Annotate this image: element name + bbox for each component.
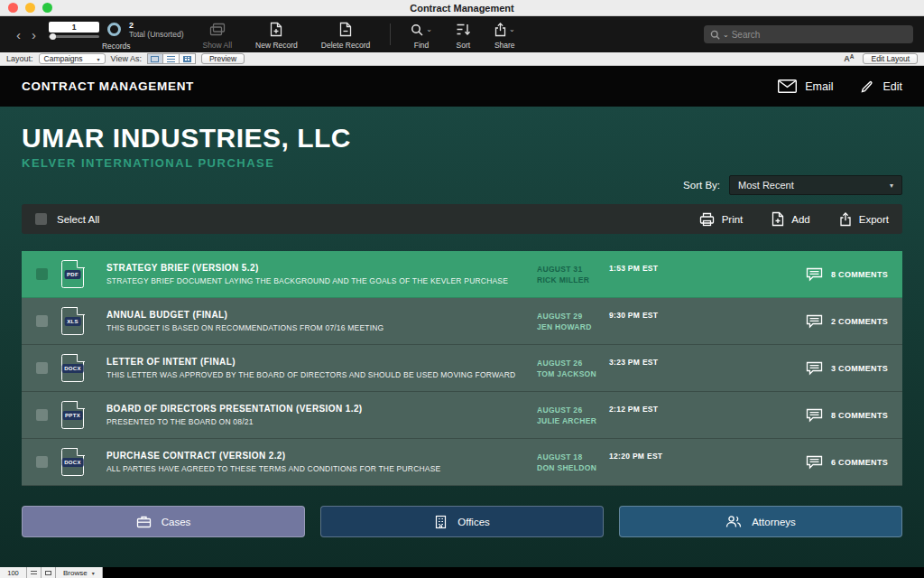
next-record-button[interactable]: › <box>26 28 42 42</box>
sort-icon <box>456 20 471 40</box>
view-table-button[interactable] <box>180 53 196 64</box>
view-as-label: View As: <box>111 54 142 63</box>
people-icon <box>725 515 742 528</box>
sort-select-caret-icon: ▾ <box>890 182 893 190</box>
sort-by-select[interactable]: Most Recent ▾ <box>729 175 902 195</box>
comment-icon <box>806 267 823 282</box>
document-row[interactable]: PDF STRATEGY BRIEF (VERSION 5.2) STRATEG… <box>22 251 902 298</box>
row-checkbox[interactable] <box>36 362 48 374</box>
select-all-label: Select All <box>57 214 99 225</box>
show-all-button[interactable]: Show All <box>202 16 232 52</box>
toolbar-search[interactable]: ⌄ <box>704 25 913 43</box>
edit-button[interactable]: Edit <box>860 79 902 94</box>
sort-button[interactable]: Sort <box>456 16 471 52</box>
delete-record-button[interactable]: Delete Record <box>321 16 370 52</box>
comment-icon <box>806 455 823 470</box>
delete-record-icon <box>339 20 352 40</box>
zoom-out-button[interactable] <box>27 567 42 578</box>
document-date: AUGUST 29 <box>537 311 609 322</box>
document-comments[interactable]: 3 COMMENTS <box>744 345 902 391</box>
document-description: THIS BUDGET IS BASED ON RECOMMENDATIONS … <box>106 323 528 332</box>
edit-layout-button[interactable]: Edit Layout <box>863 53 918 64</box>
search-input[interactable] <box>732 30 907 40</box>
status-bar: 100 Browse ▾ <box>0 567 924 578</box>
new-record-button[interactable]: New Record <box>255 16 298 52</box>
offices-button[interactable]: Offices <box>320 506 604 537</box>
export-button[interactable]: Export <box>839 211 889 227</box>
mode-select[interactable]: Browse ▾ <box>56 567 103 578</box>
print-icon <box>699 212 715 227</box>
maximize-button[interactable] <box>42 3 52 13</box>
document-comments[interactable]: 8 COMMENTS <box>744 251 902 297</box>
form-view-icon <box>151 56 159 62</box>
select-all-checkbox[interactable] <box>35 213 47 225</box>
document-title: BOARD OF DIRECTORS PRESENTATION (VERSION… <box>106 404 528 414</box>
row-checkbox[interactable] <box>36 456 48 468</box>
file-type-icon: PPTX <box>61 401 84 429</box>
document-row[interactable]: DOCX LETTER OF INTENT (FINAL) THIS LETTE… <box>22 345 902 392</box>
attorneys-button[interactable]: Attorneys <box>619 506 902 537</box>
find-dropdown-caret-icon[interactable]: ⌄ <box>426 25 432 33</box>
print-button[interactable]: Print <box>699 211 744 227</box>
formatting-bar-toggle[interactable]: A A <box>844 54 854 63</box>
row-checkbox[interactable] <box>36 315 48 327</box>
email-icon <box>778 79 797 93</box>
search-scope-caret-icon[interactable]: ⌄ <box>723 31 729 39</box>
document-row[interactable]: PPTX BOARD OF DIRECTORS PRESENTATION (VE… <box>22 392 902 439</box>
document-row[interactable]: DOCX PURCHASE CONTRACT (VERSION 2.2) ALL… <box>22 439 902 486</box>
view-form-button[interactable] <box>147 53 163 64</box>
document-title: LETTER OF INTENT (FINAL) <box>106 357 528 367</box>
document-row[interactable]: XLS ANNUAL BUDGET (FINAL) THIS BUDGET IS… <box>22 298 902 345</box>
table-view-icon <box>183 56 191 62</box>
document-comments[interactable]: 8 COMMENTS <box>744 392 902 438</box>
previous-record-button[interactable]: ‹ <box>11 28 26 42</box>
record-navigation: 1 2 Total (Unsorted) Records <box>49 18 183 51</box>
current-record-field[interactable]: 1 <box>49 22 99 33</box>
search-icon <box>710 30 720 40</box>
row-checkbox[interactable] <box>36 409 48 421</box>
preview-button[interactable]: Preview <box>201 53 245 64</box>
document-list: PDF STRATEGY BRIEF (VERSION 5.2) STRATEG… <box>22 251 902 486</box>
document-author: JULIE ARCHER <box>537 415 609 426</box>
record-slider[interactable] <box>49 35 99 38</box>
find-button[interactable]: ⌄ Find <box>411 16 432 52</box>
document-date: AUGUST 26 <box>537 405 609 415</box>
select-all-control[interactable]: Select All <box>35 213 99 225</box>
comment-icon <box>806 408 823 423</box>
file-extension-badge: DOCX <box>61 364 84 373</box>
file-extension-badge: PDF <box>64 270 81 279</box>
share-button[interactable]: ⌄ Share <box>494 16 515 52</box>
document-title: STRATEGY BRIEF (VERSION 5.2) <box>106 263 528 273</box>
window-controls <box>0 3 52 13</box>
page-title: CONTRACT MANAGEMENT <box>22 79 194 93</box>
row-checkbox[interactable] <box>36 268 48 280</box>
file-extension-badge: PPTX <box>62 411 83 420</box>
find-magnifier-icon <box>411 23 423 36</box>
document-time: 9:30 PM EST <box>609 298 744 344</box>
layout-select[interactable]: Campaigns ▾ <box>39 53 106 64</box>
file-type-icon: XLS <box>61 307 84 335</box>
building-icon <box>434 515 448 529</box>
document-comments[interactable]: 6 COMMENTS <box>744 439 902 485</box>
file-type-icon: DOCX <box>61 448 84 476</box>
add-button[interactable]: Add <box>772 211 809 227</box>
window-titlebar: Contract Management <box>0 0 924 16</box>
zoom-out-icon <box>31 571 37 575</box>
record-slider-knob[interactable] <box>50 33 56 40</box>
document-description: ALL PARTIES HAVE AGREED TO THESE TERMS A… <box>106 464 528 473</box>
email-button[interactable]: Email <box>778 79 833 94</box>
related-records-nav: Cases Offices Attorneys <box>22 506 902 537</box>
matter-subtitle: KELVER INTERNATIONAL PURCHASE <box>22 156 351 170</box>
share-dropdown-caret-icon[interactable]: ⌄ <box>509 25 515 33</box>
show-all-icon <box>209 20 226 40</box>
briefcase-icon <box>136 515 152 528</box>
list-view-icon <box>167 56 175 62</box>
zoom-level[interactable]: 100 <box>0 567 27 578</box>
cases-button[interactable]: Cases <box>22 506 305 537</box>
minimize-button[interactable] <box>25 3 35 13</box>
view-list-button[interactable] <box>163 53 180 64</box>
app-toolbar: ‹ › 1 2 Total (Unsorted) Records Show Al… <box>0 16 924 52</box>
close-button[interactable] <box>8 3 18 13</box>
status-toolbar-toggle[interactable] <box>42 567 56 578</box>
document-comments[interactable]: 2 COMMENTS <box>744 298 902 344</box>
